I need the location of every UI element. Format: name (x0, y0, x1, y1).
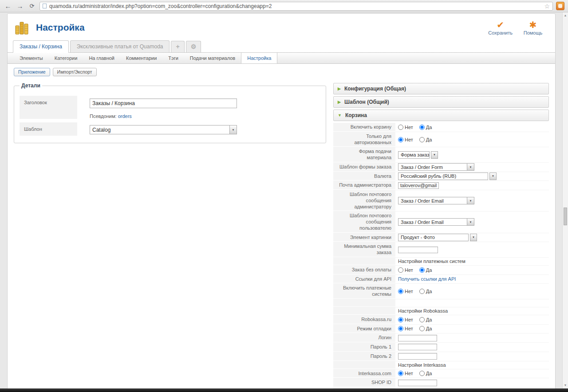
chevron-down-icon[interactable]: ▼ (489, 172, 497, 180)
cart-row-content: Заказ / Order Form▼ (395, 163, 549, 172)
cart-row-label: Ссылки для API (333, 275, 395, 284)
enable-cart-radio-input-no[interactable] (398, 125, 403, 130)
cart-row-label: Шаблон формы заказа (333, 163, 395, 172)
debug-mode-radio-input-yes[interactable] (419, 326, 425, 331)
debug-mode-radio-input-no[interactable] (398, 326, 403, 331)
import-export-button[interactable]: Импорт/Экспорт (53, 68, 97, 76)
cart-row-authorized-only: Только для авторизованныхНетДа (333, 132, 549, 148)
tab-elements[interactable]: Элементы (14, 53, 49, 63)
app-tab-quamoda-dresses[interactable]: Эксклюзивные платья от Quamoda (70, 40, 170, 52)
main-content: Детали Заголовок Псевдоним: orders (8, 78, 555, 388)
enable-payment-systems-radio-input-yes[interactable] (419, 289, 425, 294)
cart-row-content (395, 333, 549, 342)
api-links-link[interactable]: Получить ссылки для API (398, 276, 456, 282)
scrollbar-thumb[interactable] (564, 208, 567, 225)
bookmark-star-icon[interactable]: ☆ (544, 3, 550, 10)
tab-settings[interactable]: Настройка (241, 53, 277, 63)
app-tab-orders-cart[interactable]: Заказы / Корзина (13, 40, 69, 53)
password-2-input[interactable] (398, 353, 437, 360)
robokassa-enable-radio-no[interactable]: Нет (398, 317, 413, 322)
order-without-payment-radio-input-no[interactable] (398, 267, 403, 273)
order-without-payment-radio-input-yes[interactable] (419, 267, 425, 273)
order-without-payment-radio-no[interactable]: Нет (398, 267, 413, 273)
user-email-template-select[interactable]: Заказ / Order Email▼ (398, 218, 474, 226)
apps-settings-tab[interactable]: ⚙ (186, 41, 201, 52)
chevron-down-icon[interactable]: ▼ (470, 234, 477, 241)
browser-forward-icon[interactable]: → (16, 3, 24, 9)
debug-mode-radio-no[interactable]: Нет (398, 326, 413, 331)
tab-tags[interactable]: Тэги (162, 53, 184, 63)
robokassa-enable-radio-input-no[interactable] (398, 317, 403, 322)
admin-email-template-select[interactable]: Заказ / Order Email▼ (398, 197, 474, 204)
select-value: Заказ / Order Form (398, 165, 467, 170)
order-form-template-select[interactable]: Заказ / Order Form▼ (398, 163, 474, 171)
template-select[interactable]: Catalog ▼ (90, 125, 237, 134)
robokassa-enable-radio-input-yes[interactable] (419, 317, 425, 322)
accordion-cart-label: Корзина (345, 112, 367, 118)
min-order-amount-input[interactable] (398, 247, 438, 253)
enable-cart-radio-input-yes[interactable] (419, 125, 425, 130)
title-input[interactable] (90, 98, 237, 108)
page-scrollbar[interactable]: ▲ ▼ (562, 12, 568, 388)
admin-email-input[interactable] (398, 182, 439, 189)
submission-form-select[interactable]: Форма заказа▼ (398, 151, 438, 159)
authorized-only-radio-no[interactable]: Нет (398, 137, 413, 142)
select-value: Заказ / Order Email (398, 220, 467, 225)
tab-frontpage[interactable]: На главной (83, 53, 120, 63)
title-row: Заголовок Псевдоним: orders (20, 96, 320, 119)
tab-submissions[interactable]: Подачи материалов (184, 53, 241, 63)
image-element-select[interactable]: Продукт - Фото▼ (398, 234, 477, 241)
chevron-down-icon[interactable]: ▼ (467, 219, 474, 225)
scrollbar-down-icon[interactable]: ▼ (563, 383, 568, 388)
accordion-cart[interactable]: ▼ Корзина (333, 110, 549, 121)
radio-option-label: Да (426, 317, 432, 322)
save-button[interactable]: ✔ Сохранить (488, 20, 513, 35)
enable-payment-systems-radio-yes[interactable]: Да (419, 289, 432, 294)
chevron-down-icon[interactable]: ▼ (431, 151, 438, 159)
enable-payment-systems-radio-input-no[interactable] (398, 289, 403, 294)
details-legend: Детали (20, 82, 42, 89)
order-without-payment-radio-yes[interactable]: Да (419, 267, 432, 273)
scrollbar-up-icon[interactable]: ▲ (563, 13, 568, 18)
authorized-only-radio-input-no[interactable] (398, 137, 403, 142)
select-value: Продукт - Фото (398, 234, 469, 241)
cart-row-user-email-template: Шаблон почтового сообщения пользователюЗ… (333, 212, 549, 233)
enable-cart-radio-yes[interactable]: Да (419, 125, 432, 130)
currency-select[interactable]: Российский рубль (RUB)▼ (398, 172, 497, 180)
cart-row-label (333, 307, 395, 315)
browser-reload-icon[interactable]: ⟳ (28, 3, 36, 9)
tab-comments[interactable]: Комментарии (120, 53, 162, 63)
select-value: Форма заказа (398, 151, 430, 159)
cart-row-label: Минимальная сумма заказа (333, 242, 395, 257)
browser-extension-icon[interactable] (556, 2, 564, 10)
alias-link[interactable]: orders (118, 114, 132, 119)
enable-cart-radio-no[interactable]: Нет (398, 125, 413, 130)
authorized-only-radio-input-yes[interactable] (419, 137, 425, 142)
help-button[interactable]: ✱ Помощь (521, 20, 544, 35)
cart-row-content (395, 388, 549, 388)
cart-row-content: НетДа (395, 325, 549, 333)
robokassa-enable-radio-yes[interactable]: Да (419, 317, 432, 322)
login-input[interactable] (398, 335, 437, 341)
interkassa-enable-radio-input-no[interactable] (398, 371, 403, 376)
tab-categories[interactable]: Категории (49, 53, 83, 63)
interkassa-enable-radio-input-yes[interactable] (419, 371, 425, 376)
browser-back-icon[interactable]: ← (4, 3, 12, 9)
accordion-config-general[interactable]: ▶ Конфигурация (Общая) (333, 83, 549, 94)
authorized-only-radio-yes[interactable]: Да (419, 137, 432, 142)
interkassa-enable-radio-yes[interactable]: Да (419, 371, 432, 376)
enable-payment-systems-radio-no[interactable]: Нет (398, 289, 413, 294)
application-button[interactable]: Приложение (14, 68, 50, 76)
chevron-down-icon[interactable]: ▼ (229, 125, 237, 134)
accordion-template-general[interactable]: ▶ Шаблон (Общий) (333, 96, 549, 108)
chevron-down-icon[interactable]: ▼ (467, 164, 474, 170)
debug-mode-radio-yes[interactable]: Да (419, 326, 432, 331)
chevron-down-icon[interactable]: ▼ (467, 197, 474, 204)
interkassa-enable-radio-no[interactable]: Нет (398, 371, 413, 376)
shop-id-input[interactable] (398, 380, 437, 386)
add-app-tab[interactable]: + (171, 41, 184, 52)
joomla-toolbar: ✔ Сохранить ✱ Помощь (488, 20, 549, 35)
password-1-input[interactable] (398, 344, 437, 350)
browser-url-bar[interactable]: quamoda.ru/administrator/index.php?optio… (39, 2, 553, 11)
url-text[interactable]: quamoda.ru/administrator/index.php?optio… (49, 3, 541, 9)
